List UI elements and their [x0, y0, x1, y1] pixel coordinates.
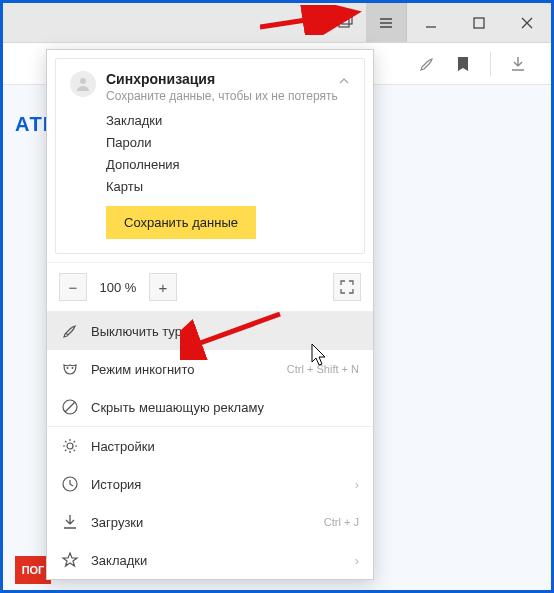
zoom-row: − 100 % + — [47, 262, 373, 311]
menu-item-downloads[interactable]: Загрузки Ctrl + J — [47, 503, 373, 541]
star-icon — [61, 551, 79, 569]
close-icon — [519, 15, 535, 31]
zoom-out-button[interactable]: − — [59, 273, 87, 301]
avatar — [70, 71, 96, 97]
download-icon — [509, 55, 527, 73]
bookmark-icon — [454, 55, 472, 73]
download-icon — [61, 513, 79, 531]
menu-item-label: Режим инкогнито — [91, 362, 194, 377]
sync-title: Синхронизация — [106, 71, 338, 87]
main-menu-popup: Синхронизация Сохраните данные, чтобы их… — [46, 49, 374, 580]
rocket-icon — [418, 55, 436, 73]
fullscreen-icon — [340, 280, 354, 294]
minimize-button[interactable] — [407, 3, 455, 42]
menu-item-label: Загрузки — [91, 515, 143, 530]
downloads-button[interactable] — [509, 55, 527, 73]
mask-icon — [61, 360, 79, 378]
tab-stack-button[interactable] — [326, 3, 366, 42]
sync-subtitle: Сохраните данные, чтобы их не потерять — [106, 89, 338, 103]
sync-card: Синхронизация Сохраните данные, чтобы их… — [55, 58, 365, 254]
menu-item-history[interactable]: История › — [47, 465, 373, 503]
menu-item-label: Настройки — [91, 439, 155, 454]
menu-item-shortcut: Ctrl + J — [324, 516, 359, 528]
main-menu-button[interactable] — [366, 3, 406, 42]
chevron-right-icon: › — [355, 553, 359, 568]
menu-item-shortcut: Ctrl + Shift + N — [287, 363, 359, 375]
hamburger-icon — [378, 15, 394, 31]
menu-item-bookmarks[interactable]: Закладки › — [47, 541, 373, 579]
menu-item-label: История — [91, 477, 141, 492]
svg-rect-0 — [339, 19, 349, 27]
menu-item-label: Скрыть мешающую рекламу — [91, 400, 264, 415]
rocket-icon — [61, 322, 79, 340]
history-icon — [61, 475, 79, 493]
sync-link-bookmarks[interactable]: Закладки — [106, 113, 350, 128]
stack-icon — [338, 15, 354, 31]
toolbar-separator — [490, 52, 491, 76]
user-icon — [75, 76, 91, 92]
fullscreen-button[interactable] — [333, 273, 361, 301]
zoom-in-button[interactable]: + — [149, 273, 177, 301]
save-data-button[interactable]: Сохранить данные — [106, 206, 256, 239]
window-titlebar — [3, 3, 551, 43]
zoom-value: 100 % — [93, 280, 143, 295]
close-button[interactable] — [503, 3, 551, 42]
menu-item-label: Закладки — [91, 553, 147, 568]
svg-point-4 — [67, 367, 69, 369]
menu-item-settings[interactable]: Настройки — [47, 427, 373, 465]
turbo-rocket-button[interactable] — [418, 55, 436, 73]
menu-item-label: Выключить турбо — [91, 324, 197, 339]
sync-link-addons[interactable]: Дополнения — [106, 157, 350, 172]
chevron-up-icon — [338, 75, 350, 87]
menu-item-turbo[interactable]: Выключить турбо — [47, 312, 373, 350]
menu-item-incognito[interactable]: Режим инкогнито Ctrl + Shift + N — [47, 350, 373, 388]
svg-point-3 — [80, 78, 86, 84]
svg-rect-2 — [474, 18, 484, 28]
block-icon — [61, 398, 79, 416]
chevron-right-icon: › — [355, 477, 359, 492]
menu-item-hide-ads[interactable]: Скрыть мешающую рекламу — [47, 388, 373, 426]
bookmark-button[interactable] — [454, 55, 472, 73]
sync-link-cards[interactable]: Карты — [106, 179, 350, 194]
collapse-button[interactable] — [338, 73, 350, 91]
maximize-button[interactable] — [455, 3, 503, 42]
minimize-icon — [423, 15, 439, 31]
svg-point-7 — [67, 443, 73, 449]
gear-icon — [61, 437, 79, 455]
svg-rect-1 — [342, 16, 352, 24]
svg-point-5 — [72, 367, 74, 369]
sync-link-passwords[interactable]: Пароли — [106, 135, 350, 150]
maximize-icon — [471, 15, 487, 31]
